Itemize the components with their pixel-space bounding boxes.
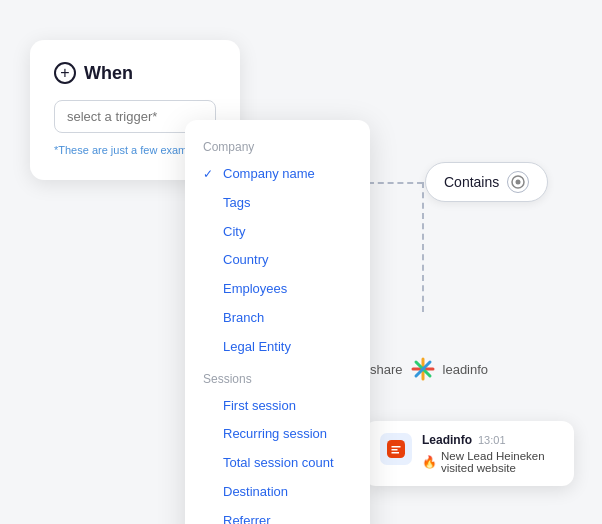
dropdown-item-total-session-count[interactable]: ✓ Total session count <box>185 449 370 478</box>
dropdown-item-legal-entity[interactable]: ✓ Legal Entity <box>185 333 370 362</box>
check-icon: ✓ <box>203 165 217 184</box>
notification-content: Leadinfo 13:01 🔥 New Lead Heineken visit… <box>422 433 558 474</box>
notification-text: 🔥 New Lead Heineken visited website <box>422 450 558 474</box>
dropdown-item-country[interactable]: ✓ Country <box>185 246 370 275</box>
notification-header: Leadinfo 13:01 <box>422 433 558 447</box>
dropdown-item-company-name[interactable]: ✓ Company name <box>185 160 370 189</box>
dropdown-item-first-session[interactable]: ✓ First session <box>185 392 370 421</box>
notification-brand-icon <box>380 433 412 465</box>
fire-icon: 🔥 <box>422 455 437 469</box>
dropdown-item-referrer[interactable]: ✓ Referrer <box>185 507 370 524</box>
when-title: + When <box>54 62 216 84</box>
plus-icon: + <box>54 62 76 84</box>
dropdown-item-branch[interactable]: ✓ Branch <box>185 304 370 333</box>
notification-time: 13:01 <box>478 434 506 446</box>
notification-brand: Leadinfo <box>422 433 472 447</box>
company-section-label: Company <box>185 140 370 154</box>
when-label: When <box>84 63 133 84</box>
dropdown-item-destination[interactable]: ✓ Destination <box>185 478 370 507</box>
contains-button[interactable]: Contains <box>425 162 548 202</box>
trigger-dropdown: Company ✓ Company name ✓ Tags ✓ City ✓ C… <box>185 120 370 524</box>
contains-icon <box>507 171 529 193</box>
contains-label: Contains <box>444 174 499 190</box>
dropdown-item-employees[interactable]: ✓ Employees <box>185 275 370 304</box>
dropdown-item-city[interactable]: ✓ City <box>185 218 370 247</box>
share-label: share <box>370 362 403 377</box>
sessions-section-label: Sessions <box>185 372 370 386</box>
dropdown-item-recurring-session[interactable]: ✓ Recurring session <box>185 420 370 449</box>
share-area: share leadinfo <box>370 355 488 383</box>
share-logo <box>409 355 437 383</box>
svg-point-1 <box>516 180 521 185</box>
connector-horizontal <box>368 182 423 184</box>
share-brand: leadinfo <box>443 362 489 377</box>
notification-card: Leadinfo 13:01 🔥 New Lead Heineken visit… <box>364 421 574 486</box>
dropdown-item-tags[interactable]: ✓ Tags <box>185 189 370 218</box>
connector-vertical <box>422 182 424 312</box>
